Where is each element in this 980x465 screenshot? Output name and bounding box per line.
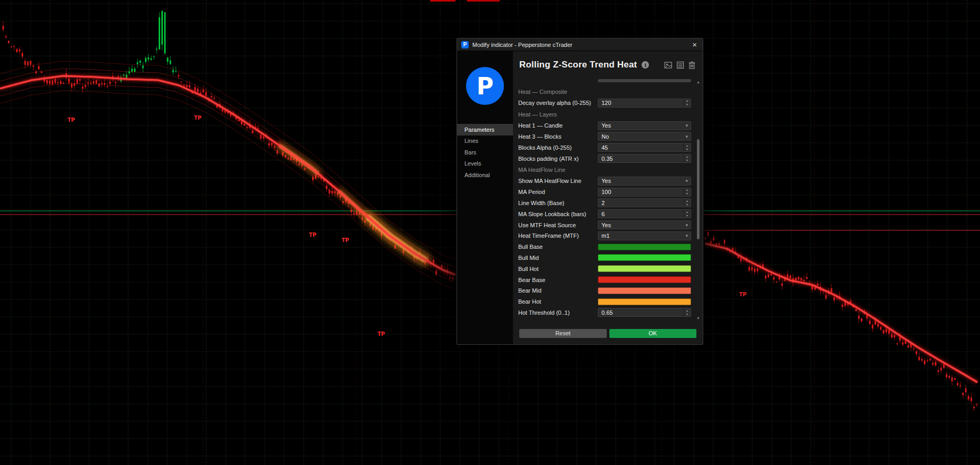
stepper-ma-period[interactable]: 100▴▾	[598, 188, 691, 197]
dropdown-heat-1-candle[interactable]: Yes▾	[598, 121, 691, 130]
stepper-down-icon[interactable]: ▾	[686, 103, 688, 106]
param-label: Blocks padding (ATR x)	[518, 156, 579, 162]
pepperstone-logo-icon: P	[461, 41, 469, 49]
tp-label: TP	[309, 232, 316, 238]
stepper-up-icon[interactable]: ▴	[686, 199, 688, 203]
param-label: Hot Threshold (0..1)	[518, 309, 570, 316]
color-swatch-bull-hot[interactable]	[598, 265, 691, 272]
stepper-hot-threshold-0-1[interactable]: 0.65▴▾	[598, 308, 691, 317]
color-swatch-bull-base[interactable]	[598, 244, 691, 250]
chevron-down-icon: ▾	[685, 222, 691, 228]
dropdown-heat-timeframe-mtf[interactable]: m1▾	[598, 231, 691, 240]
param-row: Bear Mid	[513, 285, 703, 296]
dropdown-heat-3-blocks[interactable]: No▾	[598, 132, 691, 141]
stepper-up-icon[interactable]: ▴	[686, 309, 688, 313]
param-row: Bull Mid	[513, 253, 703, 264]
dropdown-show-ma-heatflow-line[interactable]: Yes▾	[598, 177, 691, 186]
stepper-arrows[interactable]: ▴▾	[683, 188, 691, 196]
dropdown-value: Yes	[598, 178, 685, 184]
color-swatch-bull-mid[interactable]	[598, 254, 691, 261]
stepper-arrows[interactable]: ▴▾	[683, 154, 691, 162]
ok-button[interactable]: OK	[609, 329, 697, 338]
sidebar-item-levels[interactable]: Levels	[457, 158, 513, 170]
param-row: Heat TimeFrame (MTF)m1▾	[513, 230, 703, 241]
tp-label: TP	[739, 292, 746, 297]
dropdown-value: m1	[598, 232, 685, 239]
stepper-up-icon[interactable]: ▴	[686, 210, 688, 214]
param-row: MA Period100▴▾	[513, 187, 703, 198]
param-row: MA Slope Lookback (bars)6▴▾	[513, 208, 703, 219]
parameters-panel: Heat — CompositeDecay overlay alpha (0-2…	[513, 79, 703, 322]
dialog-titlebar[interactable]: P Modify indicator - Pepperstone cTrader…	[457, 38, 703, 51]
template-icon[interactable]	[676, 61, 684, 69]
stepper-value: 100	[598, 189, 683, 195]
stepper-value: 2	[598, 200, 683, 206]
dropdown-value: No	[598, 133, 685, 140]
color-swatch-bear-hot[interactable]	[598, 298, 691, 305]
param-label: Bear Hot	[518, 298, 541, 305]
section-title: Heat — Composite	[513, 86, 703, 98]
sidebar-item-lines[interactable]: Lines	[457, 135, 513, 147]
stepper-line-width-base[interactable]: 2▴▾	[598, 198, 691, 207]
dialog-content: Rolling Z-Score Trend Heat i	[513, 51, 703, 344]
stepper-down-icon[interactable]: ▾	[686, 203, 688, 207]
sidebar-item-additional[interactable]: Additional	[457, 169, 513, 181]
param-row: Use MTF Heat SourceYes▾	[513, 219, 703, 230]
section-title: MA HeatFlow Line	[513, 164, 703, 176]
stepper-arrows[interactable]: ▴▾	[683, 199, 691, 207]
image-export-icon[interactable]	[664, 61, 672, 69]
param-row: Blocks padding (ATR x)0.35▴▾	[513, 153, 703, 164]
partial-control[interactable]	[513, 79, 703, 86]
trading-workspace: TPTPTPTPTPTP P Modify indicator - Pepper…	[0, 0, 980, 465]
indicator-title: Rolling Z-Score Trend Heat	[519, 60, 637, 70]
color-swatch-bear-base[interactable]	[598, 276, 691, 283]
param-row: Line Width (Base)2▴▾	[513, 198, 703, 209]
section-title: Heat — Layers	[513, 109, 703, 120]
scroll-down-icon[interactable]: ▾	[694, 316, 702, 321]
stepper-ma-slope-lookback-bars[interactable]: 6▴▾	[598, 209, 691, 218]
stepper-down-icon[interactable]: ▾	[686, 214, 688, 218]
stepper-blocks-padding-atr-x[interactable]: 0.35▴▾	[598, 154, 691, 163]
sidebar-item-bars[interactable]: Bars	[457, 147, 513, 158]
param-label: Line Width (Base)	[518, 200, 564, 206]
stepper-up-icon[interactable]: ▴	[686, 144, 688, 148]
chevron-down-icon: ▾	[685, 123, 691, 128]
trash-icon[interactable]	[688, 61, 695, 69]
stepper-down-icon[interactable]: ▾	[686, 148, 688, 151]
stepper-value: 0.65	[598, 309, 683, 316]
stepper-up-icon[interactable]: ▴	[686, 99, 688, 103]
close-icon[interactable]: ×	[691, 41, 698, 49]
param-label: Bull Hot	[518, 266, 539, 272]
color-swatch-bear-mid[interactable]	[598, 287, 691, 294]
scrollbar[interactable]: ▴ ▾	[694, 79, 702, 322]
dropdown-use-mtf-heat-source[interactable]: Yes▾	[598, 220, 691, 229]
param-label: Show MA HeatFlow Line	[518, 178, 581, 184]
sidebar-item-parameters[interactable]: Parameters	[457, 124, 513, 135]
stepper-down-icon[interactable]: ▾	[686, 159, 688, 162]
stepper-up-icon[interactable]: ▴	[686, 155, 688, 159]
stepper-down-icon[interactable]: ▾	[686, 192, 688, 196]
stepper-arrows[interactable]: ▴▾	[683, 308, 691, 316]
param-row: Bear Base	[513, 274, 703, 285]
reset-button[interactable]: Reset	[519, 329, 607, 338]
stepper-down-icon[interactable]: ▾	[686, 313, 688, 316]
stepper-value: 6	[598, 211, 683, 217]
scroll-up-icon[interactable]: ▴	[694, 80, 702, 85]
dropdown-value: Yes	[598, 122, 685, 129]
stepper-arrows[interactable]: ▴▾	[683, 99, 691, 107]
stepper-up-icon[interactable]: ▴	[686, 188, 688, 192]
modify-indicator-dialog: P Modify indicator - Pepperstone cTrader…	[457, 38, 703, 345]
param-row: Show MA HeatFlow LineYes▾	[513, 176, 703, 187]
param-label: Bear Mid	[518, 287, 541, 294]
param-label: Heat 1 — Candle	[518, 122, 562, 129]
info-icon[interactable]: i	[642, 61, 649, 69]
param-row: Decay overlay alpha (0-255)120▴▾	[513, 98, 703, 109]
stepper-value: 120	[598, 100, 683, 106]
stepper-arrows[interactable]: ▴▾	[683, 143, 691, 151]
tp-label: TP	[67, 117, 75, 123]
stepper-blocks-alpha-0-255[interactable]: 45▴▾	[598, 143, 691, 152]
scrollbar-thumb[interactable]	[697, 139, 700, 239]
param-label: Use MTF Heat Source	[518, 222, 576, 228]
stepper-decay-overlay-alpha-0-255[interactable]: 120▴▾	[598, 99, 691, 108]
stepper-arrows[interactable]: ▴▾	[683, 210, 691, 218]
